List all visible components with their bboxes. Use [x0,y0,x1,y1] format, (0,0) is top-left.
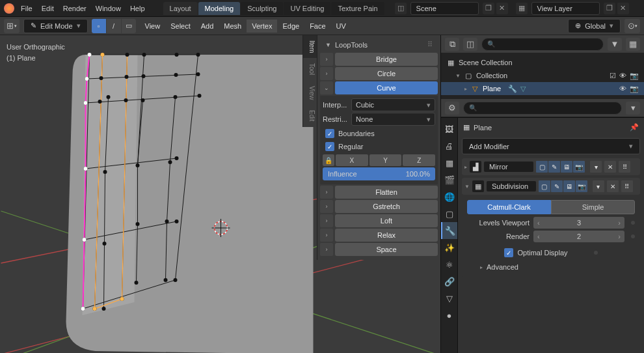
menu-file[interactable]: File [21,5,33,12]
constraint-tab-icon[interactable]: 🔗 [441,273,457,290]
toolbar-menu-add[interactable]: Add [196,20,219,33]
world-tab-icon[interactable]: 🌐 [441,188,457,205]
toolbar-menu-select[interactable]: Select [165,20,196,33]
render-tab-icon[interactable]: 🖼 [441,120,457,137]
mesh-tab-icon[interactable]: ▽ [441,290,457,307]
influence-slider[interactable]: Influence100.0% [323,167,435,180]
boundaries-checkbox[interactable]: ✓ [325,129,334,138]
sidebar-tab-item[interactable]: Item [302,35,317,58]
collection-row[interactable]: ▼▢Collection ☑👁📷 [441,69,644,82]
vertex-select-mode[interactable]: ▫ [92,19,106,33]
filter-icon[interactable]: ▼ [608,38,622,51]
tool-expand-icon[interactable]: › [320,229,333,242]
orientation-selector[interactable]: ⊕Global▾ [568,19,621,33]
mod-realtime-icon[interactable]: 🖥 [561,161,572,173]
face-select-mode[interactable]: ▭ [122,19,136,33]
editor-type-icon[interactable]: ⊞▾ [4,19,20,33]
mod-drag-icon[interactable]: ⠿ [621,180,633,192]
mod-realtime-icon[interactable]: 🖥 [563,180,575,192]
looptool-bridge[interactable]: Bridge [335,53,438,66]
toolbar-menu-face[interactable]: Face [304,20,330,33]
mod-editmode-icon[interactable]: ✎ [548,161,560,173]
mod-render-icon[interactable]: 📷 [576,180,587,192]
toolbar-menu-edge[interactable]: Edge [277,20,304,33]
menu-help[interactable]: Help [130,5,145,12]
workspace-tab[interactable]: Texture Pain [331,2,384,15]
modifier-expand-icon[interactable]: ▸ [464,164,467,170]
levels-viewport-field[interactable]: 3 [533,217,624,229]
regular-checkbox[interactable]: ✓ [325,142,334,151]
mod-oncage-icon[interactable]: ▢ [536,161,548,173]
looptool-flatten[interactable]: Flatten [335,186,438,199]
output-tab-icon[interactable]: 🖨 [441,137,457,154]
outliner-search[interactable] [481,38,604,51]
anim-dot-icon[interactable] [631,221,635,225]
anim-dot-icon[interactable] [631,234,635,238]
tool-expand-icon[interactable]: › [320,243,333,256]
mod-delete-icon[interactable]: ✕ [604,161,616,173]
scene-tab-icon[interactable]: 🎬 [441,171,457,188]
properties-search[interactable] [463,102,622,115]
looptool-relax[interactable]: Relax [335,229,438,242]
subdivision-name-field[interactable]: Subdivision [487,181,536,191]
mod-extras-icon[interactable]: ▾ [590,161,602,173]
axis-z-toggle[interactable]: Z [403,154,435,166]
scene-collection-row[interactable]: ▦Scene Collection [441,56,644,69]
workspace-tab[interactable]: UV Editing [284,2,330,15]
advanced-section-header[interactable]: ▸Advanced [467,259,635,275]
render-levels-field[interactable]: 2 [533,231,624,242]
new-scene-icon[interactable]: ❐ [483,3,494,14]
looptool-space[interactable]: Space [335,243,438,256]
looptool-loft[interactable]: Loft [335,214,438,227]
properties-editor-icon[interactable]: ⚙ [445,102,459,115]
axis-y-toggle[interactable]: Y [369,154,402,166]
mod-drag-icon[interactable]: ⠿ [619,161,630,173]
tool-expand-icon[interactable]: › [320,214,333,227]
mod-editmode-icon[interactable]: ✎ [551,180,563,192]
toolbar-menu-mesh[interactable]: Mesh [219,20,247,33]
scene-selector[interactable]: Scene [410,2,479,15]
plane-object-row[interactable]: ▸▽Plane 🔧▽ 👁📷 [441,82,644,95]
toolbar-menu-view[interactable]: View [140,20,166,33]
scene-browse-icon[interactable]: ◫ [395,3,407,14]
tool-expand-icon[interactable]: › [320,67,333,80]
viewlayer-selector[interactable]: View Layer [531,2,600,15]
delete-scene-icon[interactable]: ✕ [496,3,508,14]
anim-dot-icon[interactable] [594,251,598,255]
workspace-tab[interactable]: Sculpting [241,2,283,15]
new-collection-icon[interactable]: ▦ [626,38,640,51]
restrict-select[interactable]: None▾ [351,113,435,126]
tool-expand-icon[interactable]: › [320,200,333,213]
toolbar-menu-vertex[interactable]: Vertex [247,20,277,33]
modifier-expand-icon[interactable]: ▼ [464,184,470,190]
sidebar-tab-edit[interactable]: Edit [302,105,317,126]
viewlayer-tab-icon[interactable]: ▦ [441,154,457,171]
new-viewlayer-icon[interactable]: ❐ [604,3,615,14]
looptool-curve[interactable]: Curve [335,81,438,94]
mod-extras-icon[interactable]: ▾ [593,180,604,192]
pin-icon[interactable]: 📌 [630,123,639,132]
blender-logo-icon[interactable] [4,3,14,14]
edge-select-mode[interactable]: / [107,19,121,33]
sidebar-tab-tool[interactable]: Tool [302,58,317,80]
axis-x-toggle[interactable]: X [336,154,368,166]
particle-tab-icon[interactable]: ✨ [441,239,457,256]
material-tab-icon[interactable]: ● [441,307,457,324]
looptool-circle[interactable]: Circle [335,67,438,80]
menu-edit[interactable]: Edit [42,5,54,12]
looptools-panel-header[interactable]: ▼LoopTools ⠿ [320,38,438,51]
tool-expand-icon[interactable]: › [320,53,333,66]
options-icon[interactable]: ▾ [626,102,640,115]
workspace-tab[interactable]: Layout [163,2,198,15]
object-tab-icon[interactable]: ▢ [441,205,457,222]
workspace-tab[interactable]: Modeling [198,2,241,15]
simple-option[interactable]: Simple [551,200,635,214]
pivot-icon[interactable]: ⊙▾ [624,19,640,33]
display-mode-icon[interactable]: ◫ [463,38,477,51]
modifier-tab-icon[interactable]: 🔧 [441,222,457,239]
looptool-gstretch[interactable]: Gstretch [335,200,438,213]
menu-window[interactable]: Window [96,5,121,12]
toolbar-menu-uv[interactable]: UV [331,20,351,33]
mod-oncage-icon[interactable]: ▢ [539,180,550,192]
menu-render[interactable]: Render [63,5,87,12]
